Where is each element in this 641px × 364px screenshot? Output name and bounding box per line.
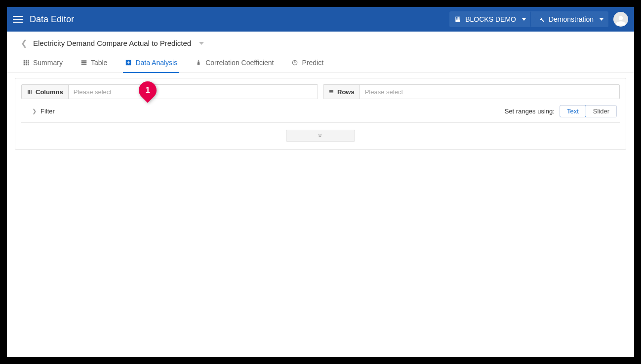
breadcrumb: BLOCKS DEMO Demonstration	[449, 11, 608, 27]
back-chevron-icon[interactable]: ❮	[21, 38, 27, 48]
breadcrumb-section-label: Demonstration	[549, 15, 594, 23]
columns-label-text: Columns	[36, 88, 63, 96]
tab-predict[interactable]: Predict	[289, 54, 325, 73]
range-toggle: Text Slider	[560, 105, 617, 117]
marker-icon	[195, 59, 202, 66]
range-option-text[interactable]: Text	[560, 105, 586, 117]
title-caret-icon[interactable]	[199, 42, 204, 45]
caret-down-icon	[522, 18, 526, 21]
target-icon	[291, 59, 298, 66]
rows-selector: Rows	[323, 84, 620, 99]
tab-label: Correlation Coefficient	[205, 59, 274, 67]
columns-icon	[27, 89, 33, 95]
topbar: Data Editor BLOCKS DEMO Demonstration	[7, 7, 634, 32]
analysis-card: Columns Rows ❯ Filter Set ranges using: …	[15, 78, 626, 150]
range-option-slider[interactable]: Slider	[586, 106, 616, 117]
columns-label: Columns	[22, 85, 69, 99]
filter-row: ❯ Filter Set ranges using: Text Slider	[21, 99, 620, 123]
tab-label: Summary	[33, 59, 63, 67]
tab-label: Table	[91, 59, 107, 67]
expand-button[interactable]: »	[286, 130, 355, 142]
tab-table[interactable]: Table	[79, 54, 109, 73]
breadcrumb-project-label: BLOCKS DEMO	[465, 15, 516, 23]
subheader: ❮ Electricity Demand Compare Actual to P…	[7, 32, 634, 50]
table-icon	[80, 59, 87, 66]
tab-summary[interactable]: Summary	[21, 54, 65, 73]
tabs: Summary Table Data Analysis Correlation …	[7, 54, 634, 73]
tab-label: Data Analysis	[135, 59, 177, 67]
rows-label: Rows	[323, 85, 360, 99]
tab-label: Predict	[302, 59, 323, 67]
page-title: Electricity Demand Compare Actual to Pre…	[33, 39, 191, 47]
columns-selector: Columns	[21, 84, 318, 99]
filter-label[interactable]: Filter	[40, 108, 55, 115]
tab-data-analysis[interactable]: Data Analysis	[123, 54, 179, 73]
menu-icon[interactable]	[13, 16, 23, 23]
building-icon	[454, 16, 461, 23]
caret-down-icon	[600, 18, 603, 21]
wrench-icon	[538, 16, 545, 23]
rows-input[interactable]	[360, 85, 619, 99]
chevron-right-icon[interactable]: ❯	[32, 108, 37, 114]
range-label: Set ranges using:	[505, 108, 555, 115]
plus-box-icon	[125, 59, 132, 66]
tab-correlation[interactable]: Correlation Coefficient	[193, 54, 276, 73]
columns-input[interactable]	[69, 85, 318, 99]
rows-label-text: Rows	[337, 88, 355, 96]
rows-icon	[328, 89, 334, 95]
avatar[interactable]	[613, 12, 628, 27]
breadcrumb-project[interactable]: BLOCKS DEMO	[449, 11, 531, 27]
app-title: Data Editor	[30, 14, 74, 25]
breadcrumb-section[interactable]: Demonstration	[531, 11, 608, 27]
grid-icon	[23, 59, 30, 66]
double-chevron-down-icon: »	[317, 134, 324, 138]
